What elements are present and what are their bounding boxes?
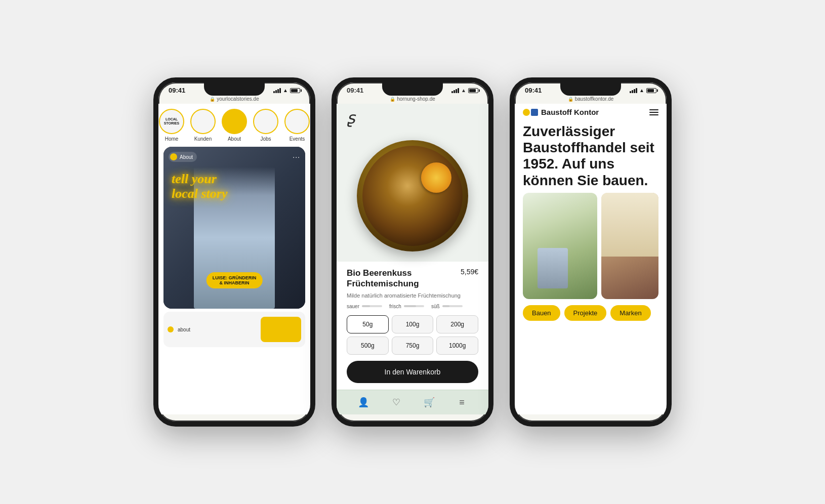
brand-icon-blue [531, 109, 538, 116]
main-image [523, 193, 597, 299]
taste-bar-frisch [404, 305, 424, 307]
phone1-nav: LOCALSTORIES Home Kunden About Jobs [158, 104, 310, 144]
circle-events [284, 109, 310, 134]
phone3-header: Baustoff Kontor [515, 104, 667, 118]
weight-750g[interactable]: 750g [392, 337, 434, 355]
taste-label-frisch: frisch [389, 304, 401, 309]
taste-bar-sauer [362, 305, 382, 307]
hero-text: Zuverlässiger Baustoffhandel seit 1952. … [515, 118, 667, 193]
signal-icon-3 [630, 88, 637, 93]
brand-logo: Baustoff Kontor [523, 108, 599, 116]
about-card-dot [168, 326, 174, 332]
taste-bars: sauer frisch süß [347, 304, 478, 309]
wifi-icon-2: ▲ [461, 88, 466, 93]
add-to-cart-button[interactable]: In den Warenkorb [347, 361, 478, 383]
nav-label-kunden: Kunden [194, 136, 212, 142]
notch-2 [382, 82, 443, 96]
nav-label-home: Home [165, 136, 179, 142]
nav-menu-icon[interactable]: ≡ [455, 395, 469, 409]
hamburger-menu[interactable] [649, 109, 658, 115]
taste-suss: süß [431, 304, 463, 309]
product-name: Bio BeerenkussFrüchtemischung [347, 268, 457, 289]
food-bowl-image [357, 140, 468, 251]
nav-heart-icon[interactable]: ♡ [389, 395, 403, 409]
phone3-tags: Bauen Projekte Marken [515, 299, 667, 325]
about-card-label: about [178, 327, 190, 332]
lock-icon-2: 🔒 [390, 97, 395, 102]
time-2: 09:41 [347, 87, 363, 94]
phone-1: 09:41 ▲ 🔒 yourlocalstories.de LOCALSTORI… [153, 77, 315, 427]
phone2-bottom-nav: 👤 ♡ 🛒 ≡ [337, 390, 488, 414]
address-bar-2[interactable]: 🔒 hornung-shop.de [337, 95, 488, 104]
nav-item-home[interactable]: LOCALSTORIES Home [159, 109, 184, 142]
phone2-logo: ʂ [337, 104, 488, 130]
battery-icon-3 [646, 88, 656, 93]
product-price: 5,59€ [461, 268, 478, 276]
taste-label-suss: süß [431, 304, 440, 309]
nav-label-about: About [228, 136, 241, 142]
address-bar-3[interactable]: 🔒 baustoffkontor.de [515, 95, 667, 104]
weight-100g[interactable]: 100g [392, 315, 434, 333]
tag-marken[interactable]: Marken [610, 305, 650, 321]
product-image-area [337, 130, 488, 262]
about-card[interactable]: about [163, 312, 305, 347]
story-title-pill: About [169, 152, 197, 162]
circle-about [222, 109, 247, 134]
phone2-main: ʂ Bio BeerenkussFrüchtemischung 5,59€ Mi… [337, 104, 488, 414]
status-icons-1: ▲ [273, 88, 300, 93]
battery-icon-2 [468, 88, 478, 93]
phone-2: 09:41 ▲ 🔒 hornung-shop.de ʂ Bio Beerenku… [332, 77, 493, 427]
circle-jobs [253, 109, 278, 134]
lock-icon-3: 🔒 [568, 97, 573, 102]
wifi-icon-3: ▲ [639, 88, 644, 93]
nav-item-jobs[interactable]: Jobs [253, 109, 278, 142]
nav-label-jobs: Jobs [260, 136, 271, 142]
weight-1000g[interactable]: 1000g [436, 337, 478, 355]
nav-label-events: Events [290, 136, 305, 142]
story-options[interactable]: ··· [293, 153, 300, 161]
tag-bauen[interactable]: Bauen [523, 305, 560, 321]
status-icons-3: ▲ [630, 88, 656, 93]
story-header: About ··· [169, 152, 300, 162]
url-1: yourlocalstories.de [217, 96, 259, 102]
circle-kunden [190, 109, 216, 134]
notch-1 [204, 82, 265, 96]
nav-item-kunden[interactable]: Kunden [190, 109, 216, 142]
product-title-row: Bio BeerenkussFrüchtemischung 5,59€ [347, 268, 478, 289]
story-card[interactable]: About ··· tell yourlocal story LUISE: GR… [163, 147, 305, 309]
about-card-yellow [261, 317, 301, 342]
story-title: About [180, 154, 193, 160]
weight-grid: 50g 100g 200g 500g 750g 1000g [347, 315, 478, 355]
url-2: hornung-shop.de [397, 96, 435, 102]
lock-icon-1: 🔒 [210, 97, 215, 102]
phone1-main: LOCALSTORIES Home Kunden About Jobs [158, 104, 310, 414]
weight-500g[interactable]: 500g [347, 337, 389, 355]
nav-cart-icon[interactable]: 🛒 [422, 395, 436, 409]
status-icons-2: ▲ [451, 88, 478, 93]
signal-icon-2 [451, 88, 459, 93]
wifi-icon-1: ▲ [283, 88, 288, 93]
nav-item-events[interactable]: Events [284, 109, 310, 142]
taste-label-sauer: sauer [347, 304, 359, 309]
product-info: Bio BeerenkussFrüchtemischung 5,59€ Mild… [337, 262, 488, 390]
product-description: Milde natürlich aromatisierte Früchtemis… [347, 292, 478, 299]
phone-3: 09:41 ▲ 🔒 baustoffkontor.de Baustoff Kon… [510, 77, 672, 427]
nav-user-icon[interactable]: 👤 [356, 395, 370, 409]
address-bar-1[interactable]: 🔒 yourlocalstories.de [158, 95, 310, 104]
taste-frisch: frisch [389, 304, 424, 309]
weight-50g[interactable]: 50g [347, 315, 389, 333]
story-background: About ··· tell yourlocal story LUISE: GR… [163, 147, 305, 309]
logo-circle: LOCALSTORIES [159, 109, 184, 134]
nav-circles: LOCALSTORIES Home Kunden About Jobs [159, 109, 310, 142]
nav-item-about[interactable]: About [222, 109, 247, 142]
weight-200g[interactable]: 200g [436, 315, 478, 333]
url-3: baustoffkontor.de [575, 96, 614, 102]
logo-calligraphy: ʂ [347, 110, 355, 126]
phone3-images [515, 193, 667, 299]
time-3: 09:41 [525, 87, 542, 94]
tag-projekte[interactable]: Projekte [564, 305, 607, 321]
story-badge: LUISE: GRÜNDERIN& INHABERIN [207, 272, 263, 288]
notch-3 [560, 82, 621, 96]
story-neon-text: tell yourlocal story [172, 172, 228, 201]
battery-icon-1 [290, 88, 300, 93]
